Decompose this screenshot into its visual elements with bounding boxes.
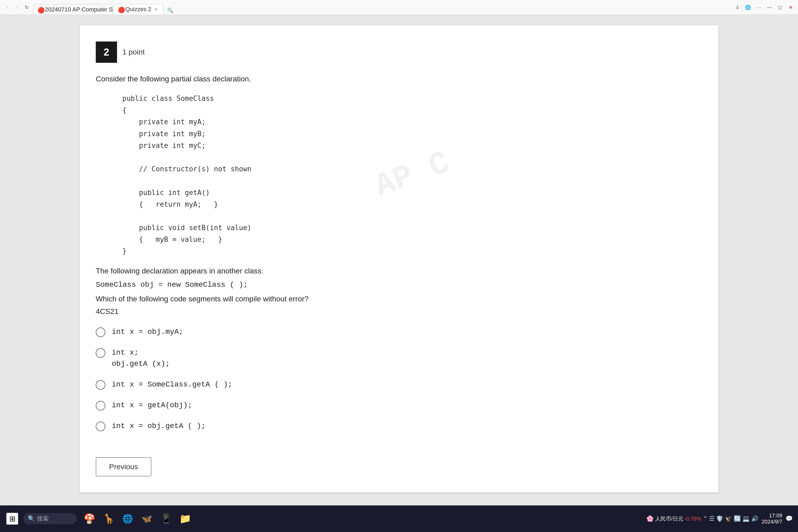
choice-a[interactable]: int x = obj.myA; — [96, 326, 702, 338]
quiz-container: 2 1 point Consider the following partial… — [80, 25, 718, 492]
choice-b[interactable]: int x;obj.getA (x); — [96, 347, 702, 369]
refresh-button[interactable]: ↻ — [22, 3, 31, 12]
radio-b[interactable] — [96, 348, 105, 358]
taskbar-apps: 🍄 🦒 🌐 🦋 📱 📁 — [81, 510, 194, 527]
back-button[interactable]: ‹ — [3, 3, 12, 12]
question-desc-3: Which of the following code segments wil… — [96, 293, 702, 305]
question-header: 2 1 point — [96, 41, 702, 63]
stock-label: 人民币/日元 — [655, 515, 683, 522]
taskbar: ⊞ 🔍 🍄 🦒 🌐 🦋 📱 📁 🌸 人民币/日元 -0.76% ⌃ ☰ 🛡️ 🦅… — [0, 506, 798, 532]
search-icon: 🔍 — [28, 515, 35, 522]
tab2-label: Quizzes 2 — [125, 6, 151, 13]
choice-e-text: int x = obj.getA ( ); — [112, 421, 206, 432]
notification-icon[interactable]: 💬 — [785, 515, 793, 522]
choice-d-text: int x = getA(obj); — [112, 400, 192, 411]
tray-stock: 人民币/日元 -0.76% — [655, 515, 701, 522]
choice-c-text: int x = SomeClass.getA ( ); — [112, 379, 232, 390]
search-button[interactable]: 🔍 — [166, 6, 174, 15]
browser-chrome: ‹ › ↻ 🔴 20240710 AP Computer Science 🔴 Q… — [0, 0, 798, 15]
browser-right-icons: ⇓ 🌐 ⋯ — ◻ ✕ — [733, 3, 795, 12]
taskbar-app-folder[interactable]: 📁 — [177, 510, 194, 527]
taskbar-app-mushroom[interactable]: 🍄 — [81, 510, 98, 527]
forward-button[interactable]: › — [13, 3, 21, 12]
taskbar-app-chrome[interactable]: 🌐 — [119, 510, 136, 527]
question-desc-1: The following declaration appears in ano… — [96, 265, 702, 277]
code-block: AP C public class SomeClass { private in… — [122, 93, 702, 257]
choice-b-text: int x;obj.getA (x); — [112, 347, 170, 369]
tray-vpn-icon: 🔄 — [734, 515, 741, 522]
choice-c[interactable]: int x = SomeClass.getA ( ); — [96, 379, 702, 390]
tray-stock-icon: 🌸 — [646, 515, 653, 522]
tray-shield-icon: 🦅 — [725, 515, 732, 522]
tray-security-icon: 🛡️ — [716, 515, 723, 522]
nav-buttons: ‹ › ↻ — [3, 3, 31, 12]
tray-device-icon: 💻 — [742, 515, 749, 522]
search-input[interactable] — [37, 515, 69, 522]
tab-ap-computer-science[interactable]: 🔴 20240710 AP Computer Science — [33, 4, 113, 15]
download-icon[interactable]: ⇓ — [733, 3, 742, 12]
code-pre: public class SomeClass { private int myA… — [122, 93, 702, 257]
tab1-label: 20240710 AP Computer Science — [45, 6, 113, 13]
question-tag: 4CS21 — [96, 307, 702, 316]
radio-a[interactable] — [96, 327, 105, 337]
taskbar-right: 🌸 人民币/日元 -0.76% ⌃ ☰ 🛡️ 🦅 🔄 💻 🔊 17:09 202… — [646, 513, 793, 525]
start-icon: ⊞ — [6, 513, 18, 525]
radio-d[interactable] — [96, 401, 105, 411]
system-tray: 🌸 人民币/日元 -0.76% ⌃ ☰ 🛡️ 🦅 🔄 💻 🔊 — [646, 515, 758, 522]
previous-button[interactable]: Previous — [96, 457, 151, 476]
tray-arrow-up[interactable]: ⌃ — [703, 515, 707, 522]
start-button[interactable]: ⊞ — [5, 512, 19, 526]
stock-change: -0.76% — [684, 516, 701, 522]
tab2-favicon: 🔴 — [118, 7, 123, 12]
more-icon[interactable]: ⋯ — [754, 3, 763, 12]
tab1-favicon: 🔴 — [38, 7, 43, 12]
clock-date: 2024/9/7 — [762, 519, 782, 525]
taskbar-app-edge[interactable]: 🦋 — [138, 510, 155, 527]
answer-choices: int x = obj.myA; int x;obj.getA (x); int… — [96, 326, 702, 432]
choice-e[interactable]: int x = obj.getA ( ); — [96, 421, 702, 432]
radio-c[interactable] — [96, 380, 105, 390]
tab-quizzes-2[interactable]: 🔴 Quizzes 2 ✕ — [113, 4, 163, 15]
close-button[interactable]: ✕ — [786, 3, 795, 12]
choice-d[interactable]: int x = getA(obj); — [96, 400, 702, 411]
taskbar-clock: 17:09 2024/9/7 — [762, 513, 782, 525]
question-desc-2: SomeClass obj = new SomeClass ( ); — [96, 279, 702, 291]
globe-icon[interactable]: 🌐 — [744, 3, 752, 12]
question-intro: Consider the following partial class dec… — [96, 73, 702, 84]
tabs-bar: 🔴 20240710 AP Computer Science 🔴 Quizzes… — [33, 0, 731, 15]
radio-e[interactable] — [96, 422, 105, 431]
taskbar-app-giraffe[interactable]: 🦒 — [100, 510, 117, 527]
tab2-close-button[interactable]: ✕ — [153, 7, 159, 12]
tray-volume-icon: 🔊 — [751, 515, 758, 522]
point-label: 1 point — [122, 48, 145, 56]
tray-bars-icon: ☰ — [709, 515, 715, 522]
minimize-button[interactable]: — — [765, 3, 774, 12]
restore-button[interactable]: ◻ — [776, 3, 784, 12]
taskbar-search[interactable]: 🔍 — [23, 513, 77, 524]
choice-a-text: int x = obj.myA; — [112, 326, 183, 338]
main-area: 2 1 point Consider the following partial… — [0, 15, 798, 506]
question-number-badge: 2 — [96, 41, 117, 63]
taskbar-app-phone[interactable]: 📱 — [157, 510, 174, 527]
clock-time: 17:09 — [762, 513, 782, 519]
